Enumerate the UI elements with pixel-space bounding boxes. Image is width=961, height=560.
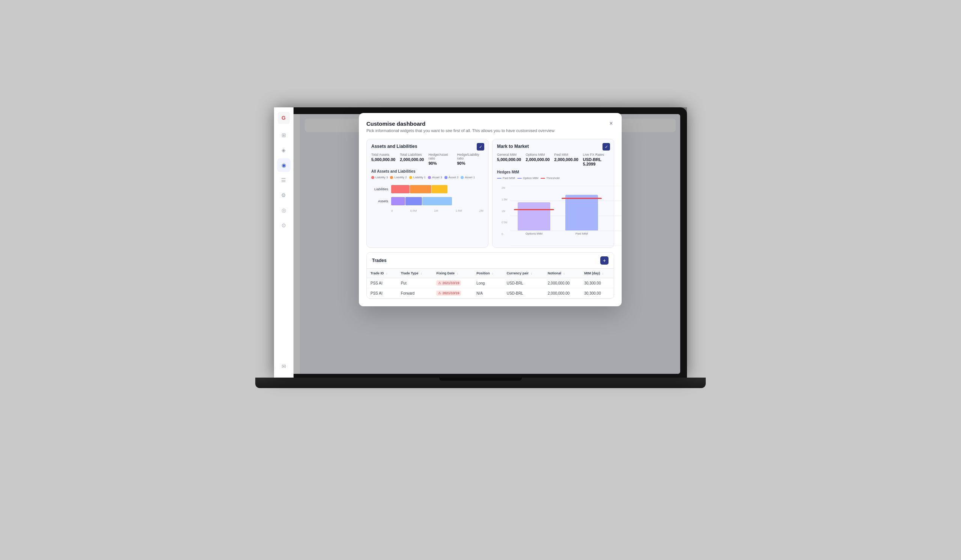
widgets-row: Assets and Liabilities ✓ Total Assets 5,… — [366, 139, 614, 248]
trade-row1-type: Put — [397, 278, 433, 288]
mtm-widget: Mark to Market ✓ General MtM 5,000,000.0… — [492, 139, 614, 248]
options-mtm-group: Options MtM — [517, 202, 550, 235]
liabilities-bar-row: Liabilities — [371, 185, 484, 193]
trade-row1-notional: 2,000,000.00 — [544, 278, 580, 288]
all-assets-chart-title: All Assets and Liabilities — [371, 169, 484, 173]
add-trade-button[interactable]: + — [600, 256, 609, 265]
total-assets-stat: Total Assets 5,000,000.00 — [371, 153, 395, 165]
sidebar-icon-message[interactable]: ✉ — [281, 359, 291, 373]
laptop: G ⊞ ◈ ◉ ☰ ⚙ ◎ ⊙ ✉ Customise dashboard Pi… — [218, 108, 743, 452]
trade-row1-warning-badge: ⚠ 2021/10/19 — [436, 280, 461, 286]
sidebar-icon-help[interactable]: ⊙ — [281, 218, 291, 232]
fwd-mtm-label: Fwd MtM — [554, 153, 578, 157]
trades-header: Trades + — [367, 253, 614, 269]
fwd-mtm-chart-label: Fwd MtM — [575, 232, 588, 235]
trade-row1-position: Long — [472, 278, 503, 288]
fwd-mtm-stat: Fwd MtM 2,000,000.00 — [554, 153, 578, 166]
hedge-liability-label: Hedge/Liability ratio — [457, 153, 484, 160]
legend-asset3: Asset 3 — [428, 176, 442, 179]
trades-title: Trades — [372, 258, 387, 263]
sidebar-icon-diamond[interactable]: ◈ — [281, 143, 291, 157]
asset1-segment — [422, 197, 452, 205]
mtm-checkbox[interactable]: ✓ — [603, 143, 610, 151]
col-mtm-day[interactable]: MtM (day) ↓ — [580, 269, 614, 278]
legend-threshold: Threshold — [541, 177, 560, 180]
assets-liabilities-widget: Assets and Liabilities ✓ Total Assets 5,… — [366, 139, 489, 248]
trades-section: Trades + Trade ID ↓ — [366, 252, 614, 299]
fwd-bar-wrapper — [565, 195, 598, 231]
sidebar-icon-target[interactable]: ◎ — [281, 204, 291, 217]
col-currency-pair[interactable]: Currency pair ↓ — [503, 269, 544, 278]
mtm-title: Mark to Market — [497, 144, 609, 149]
fx-rates-value: USD-BRL 5.2099 — [583, 157, 609, 166]
legend-option-mtm: Option MtM — [517, 177, 538, 180]
liability2-segment — [410, 185, 431, 193]
options-mtm-chart-label: Options MtM — [525, 232, 542, 235]
assets-liabilities-checkbox[interactable]: ✓ — [477, 143, 484, 151]
liability3-segment — [391, 185, 410, 193]
fwd-mtm-group: Fwd MtM — [565, 195, 598, 235]
mtm-legend: Fwd MtM Option MtM Threshold — [497, 177, 609, 180]
col-trade-type[interactable]: Trade Type ↓ — [397, 269, 433, 278]
trade-row2-notional: 2,000,000.00 — [544, 288, 580, 298]
fx-rates-stat: Live FX Rates USD-BRL 5.2099 — [583, 153, 609, 166]
fwd-threshold-line — [562, 198, 602, 199]
sort-position: ↓ — [492, 272, 493, 275]
sidebar-icon-settings[interactable]: ⚙ — [281, 188, 291, 202]
options-mtm-bar — [517, 202, 550, 231]
col-trade-id[interactable]: Trade ID ↓ — [367, 269, 397, 278]
assets-bar-row: Assets — [371, 197, 484, 205]
hedges-chart-title: Hedges MtM — [497, 170, 609, 174]
hedge-liability-stat: Hedge/Liability ratio 90% — [457, 153, 484, 165]
asset3-segment — [391, 197, 405, 205]
modal-subtitle: Pick informational widgets that you want… — [366, 128, 614, 133]
assets-liabilities-title: Assets and Liabilities — [371, 144, 484, 149]
legend-line-option — [517, 178, 522, 179]
trades-table: Trade ID ↓ Trade Type ↓ Fixing Date — [367, 269, 614, 298]
sidebar-icon-grid[interactable]: ⊞ — [281, 128, 291, 142]
hedge-asset-stat: Hedge/Asset ratio 90% — [428, 153, 452, 165]
options-threshold-line — [514, 209, 554, 210]
col-position[interactable]: Position ↓ — [472, 269, 503, 278]
general-mtm-label: General MtM — [497, 153, 521, 157]
modal-title: Customise dashboard — [366, 120, 614, 127]
modal-close-button[interactable]: × — [607, 119, 615, 128]
trades-header-row: Trade ID ↓ Trade Type ↓ Fixing Date — [367, 269, 614, 278]
legend-fwd-mtm: Fwd MtM — [497, 177, 515, 180]
sort-trade-type: ↓ — [420, 272, 422, 275]
trade-row2-id: PSS AI — [367, 288, 397, 298]
legend-dot-liability3 — [371, 176, 374, 179]
trade-row2-mtm: 30,300.00 — [580, 288, 614, 298]
trade-row2-warning-badge: ⚠ 2021/10/19 — [436, 290, 461, 296]
legend-line-fwd — [497, 178, 501, 179]
total-liabilities-stat: Total Liabilities 2,000,000.00 — [400, 153, 424, 165]
sidebar-icon-circle[interactable]: ◉ — [281, 158, 291, 172]
asset2-segment — [405, 197, 422, 205]
fwd-mtm-bar — [565, 195, 598, 231]
sort-notional: ↓ — [564, 272, 565, 275]
legend-dot-asset3 — [428, 176, 431, 179]
legend-liability3: Liability 3 — [371, 176, 388, 179]
total-assets-label: Total Assets — [371, 153, 395, 157]
legend-dot-asset2 — [445, 176, 447, 179]
assets-legend: Liability 3 Liability 2 Liability 1 — [371, 176, 484, 179]
col-notional[interactable]: Notional ↓ — [544, 269, 580, 278]
legend-asset2: Asset 2 — [445, 176, 459, 179]
total-liabilities-label: Total Liabilities — [400, 153, 424, 157]
sort-fixing-date: ↓ — [456, 272, 458, 275]
liability1-segment — [432, 185, 447, 193]
col-fixing-date[interactable]: Fixing Date ↓ — [432, 269, 472, 278]
mtm-chart-container: 2M 1.5M 1M 0.5M 0 — [497, 183, 609, 243]
warning-icon-1: ⚠ — [438, 281, 441, 285]
general-mtm-stat: General MtM 5,000,000.00 — [497, 153, 521, 166]
modal-overlay: G ⊞ ◈ ◉ ☰ ⚙ ◎ ⊙ ✉ Customise dashboard Pi… — [281, 114, 680, 374]
legend-dot-liability2 — [390, 176, 393, 179]
trades-table-head: Trade ID ↓ Trade Type ↓ Fixing Date — [367, 269, 614, 278]
x-axis: 0 0.5M 1M 1.5M 2M — [371, 209, 484, 212]
sidebar-icon-list[interactable]: ☰ — [281, 173, 291, 187]
trade-row1-mtm: 30,300.00 — [580, 278, 614, 288]
laptop-base — [255, 377, 706, 388]
trade-row1-currency: USD-BRL — [503, 278, 544, 288]
options-mtm-label: Options MtM — [525, 153, 550, 157]
assets-stats-row: Total Assets 5,000,000.00 Total Liabilit… — [371, 153, 484, 165]
